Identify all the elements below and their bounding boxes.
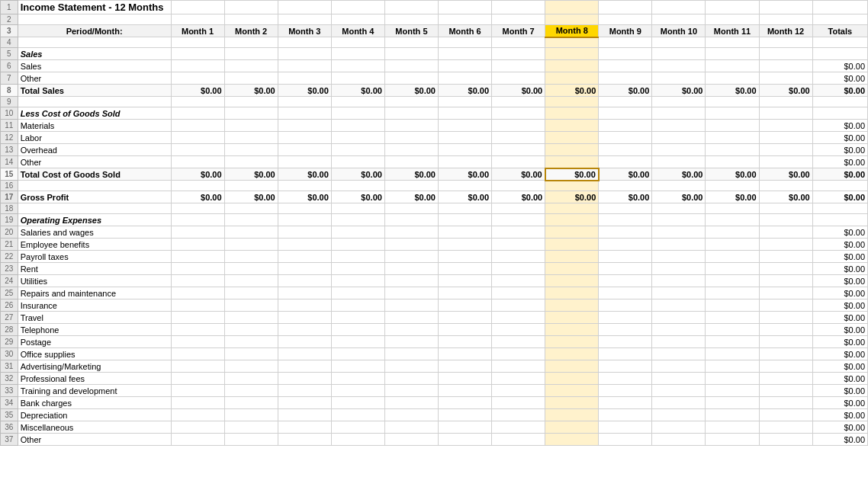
- spacer: [759, 1, 812, 14]
- e: [492, 14, 545, 25]
- row-22: 22 Payroll taxes $0.00: [1, 251, 868, 263]
- month12-header: Month 12: [759, 25, 812, 37]
- row-33: 33 Training and development $0.00: [1, 385, 868, 397]
- row-15: 15 Total Cost of Goods Sold $0.00 $0.00 …: [1, 168, 868, 181]
- period-label: Period/Month:: [18, 25, 171, 37]
- e: [331, 14, 384, 25]
- row-23: 23 Rent $0.00: [1, 263, 868, 275]
- row-8: 8 Total Sales $0.00 $0.00 $0.00 $0.00 $0…: [1, 85, 868, 97]
- other-label[interactable]: Other: [18, 72, 171, 85]
- row-1: 1 Income Statement - 12 Months: [1, 1, 868, 14]
- spreadsheet: 1 Income Statement - 12 Months 2: [0, 0, 868, 446]
- row-20: 20 Salaries and wages $0.00: [1, 226, 868, 239]
- row-25: 25 Repairs and maintenance $0.00: [1, 287, 868, 299]
- row-2: 2: [1, 14, 868, 25]
- row-28: 28 Telephone $0.00: [1, 324, 868, 336]
- row-17: 17 Gross Profit $0.00 $0.00 $0.00 $0.00 …: [1, 191, 868, 203]
- row-4: 4: [1, 37, 868, 48]
- e: [278, 14, 331, 25]
- empty: [18, 14, 171, 25]
- e: [652, 14, 706, 25]
- spacer: [706, 1, 759, 14]
- row-16: 16: [1, 181, 868, 191]
- month3-header: Month 3: [278, 25, 331, 37]
- e: [438, 14, 491, 25]
- month7-header: Month 7: [492, 25, 545, 37]
- spacer: [331, 1, 384, 14]
- row-5: 5 Sales: [1, 48, 868, 60]
- header-row: 3 Period/Month: Month 1 Month 2 Month 3 …: [1, 25, 868, 37]
- e: [171, 14, 224, 25]
- row-26: 26 Insurance $0.00: [1, 299, 868, 312]
- total-sales-label: Total Sales: [18, 85, 171, 97]
- row-12: 12 Labor $0.00: [1, 132, 868, 144]
- row-9: 9: [1, 97, 868, 107]
- row-31: 31 Advertising/Marketing $0.00: [1, 360, 868, 373]
- e: [224, 14, 278, 25]
- month8-header: Month 8: [545, 25, 599, 37]
- row-num-1: 1: [1, 1, 18, 14]
- title-cell: Income Statement - 12 Months: [18, 1, 171, 14]
- cogs-section-label: Less Cost of Goods Sold: [18, 107, 171, 120]
- e: [759, 14, 812, 25]
- spacer-m8: [545, 1, 599, 14]
- row-10: 10 Less Cost of Goods Sold: [1, 107, 868, 120]
- month5-header: Month 5: [384, 25, 438, 37]
- totals-header: Totals: [812, 25, 867, 37]
- row-24: 24 Utilities $0.00: [1, 275, 868, 287]
- month9-header: Month 9: [599, 25, 652, 37]
- spacer: [384, 1, 438, 14]
- month6-header: Month 6: [438, 25, 491, 37]
- e: [812, 14, 867, 25]
- spacer: [171, 1, 224, 14]
- row-37: 37 Other $0.00: [1, 434, 868, 446]
- spacer: [224, 1, 278, 14]
- row-32: 32 Professional fees $0.00: [1, 373, 868, 385]
- month10-header: Month 10: [652, 25, 706, 37]
- row-27: 27 Travel $0.00: [1, 312, 868, 324]
- row-num-3: 3: [1, 25, 18, 37]
- row-36: 36 Miscellaneous $0.00: [1, 421, 868, 434]
- row-34: 34 Bank charges $0.00: [1, 397, 868, 409]
- row-18: 18: [1, 203, 868, 214]
- row-35: 35 Depreciation $0.00: [1, 409, 868, 421]
- spacer: [599, 1, 652, 14]
- month1-header: Month 1: [171, 25, 224, 37]
- row-13: 13 Overhead $0.00: [1, 144, 868, 156]
- month4-header: Month 4: [331, 25, 384, 37]
- e: [706, 14, 759, 25]
- row-num-2: 2: [1, 14, 18, 25]
- opex-label: Operating Expenses: [18, 214, 171, 226]
- sales-totals: $0.00: [812, 60, 867, 72]
- row-30: 30 Office supplies $0.00: [1, 348, 868, 360]
- spacer: [812, 1, 867, 14]
- row-21: 21 Employee benefits $0.00: [1, 239, 868, 251]
- m8-highlighted-cell[interactable]: $0.00: [545, 168, 599, 181]
- row-19: 19 Operating Expenses: [1, 214, 868, 226]
- e: [384, 14, 438, 25]
- spacer: [652, 1, 706, 14]
- row-11: 11 Materials $0.00: [1, 120, 868, 132]
- spacer: [278, 1, 331, 14]
- row-6: 6 Sales $0.00: [1, 60, 868, 72]
- row-29: 29 Postage $0.00: [1, 336, 868, 348]
- sales-row-label[interactable]: Sales: [18, 60, 171, 72]
- gross-profit-label: Gross Profit: [18, 191, 171, 203]
- e: [599, 14, 652, 25]
- month2-header: Month 2: [224, 25, 278, 37]
- row-7: 7 Other $0.00: [1, 72, 868, 85]
- e-m8: [545, 14, 599, 25]
- total-cogs-label: Total Cost of Goods Sold: [18, 168, 171, 181]
- spacer: [438, 1, 491, 14]
- sales-section-label: Sales: [18, 48, 171, 60]
- month11-header: Month 11: [706, 25, 759, 37]
- spacer: [492, 1, 545, 14]
- row-14: 14 Other $0.00: [1, 156, 868, 168]
